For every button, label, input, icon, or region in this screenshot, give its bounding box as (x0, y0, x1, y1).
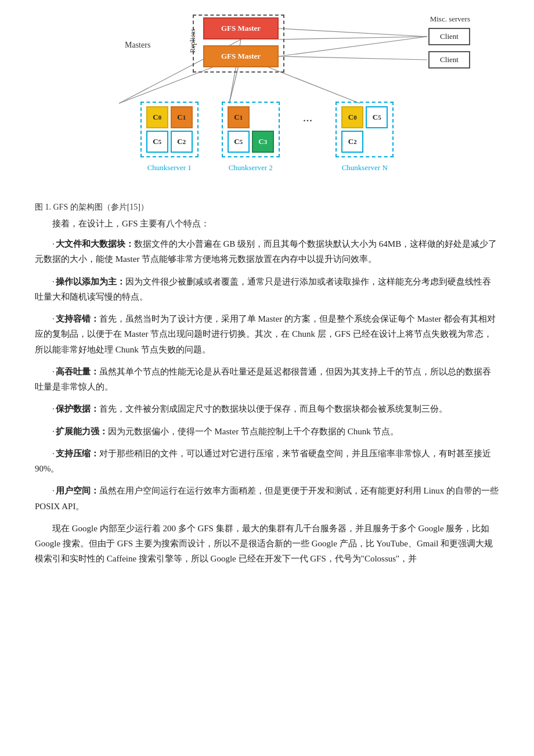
intro-text: 接着，在设计上，GFS 主要有八个特点： (35, 218, 499, 229)
bullet-8: ·用户空间：虽然在用户空间运行在运行效率方面稍差，但是更便于开发和测试，还有能更… (35, 483, 499, 514)
figure-caption: 图 1. GFS 的架构图（参片[15]） (35, 202, 499, 213)
client-1-box: Client (428, 28, 470, 45)
svg-line-8 (279, 37, 427, 56)
ellipsis: ··· (303, 102, 313, 128)
csN-chunk-c5: C5 (366, 106, 388, 128)
bullet-title-2: 操作以添加为主： (56, 277, 125, 286)
chunkserver-n-group: C0 C5 C2 Chunkserver N (335, 102, 394, 172)
bullet-text-8: 虽然在用户空间运行在运行效率方面稍差，但是更便于开发和测试，还有能更好利用 Li… (35, 486, 499, 510)
client-2-box: Client (428, 51, 470, 69)
bullet-1: ·大文件和大数据块：数据文件的大小普遍在 GB 级别，而且其每个数据块默认大小为… (35, 236, 499, 267)
bullet-4: ·高吞吐量：虽然其单个节点的性能无论是从吞吐量还是延迟都很普通，但因为其支持上千… (35, 364, 499, 395)
bullet-2: ·操作以添加为主：因为文件很少被删减或者覆盖，通常只是进行添加或者读取操作，这样… (35, 274, 499, 305)
cs1-chunk-grid: C0 C1 C5 C2 (140, 102, 199, 157)
csN-chunk-c0: C0 (341, 106, 363, 128)
bullet-title-3: 支持容错： (56, 314, 99, 323)
bullet-title-8: 用户空间： (56, 486, 99, 495)
cs1-chunk-c2: C2 (171, 131, 193, 153)
bullet-text-6: 因为元数据偏小，使得一个 Master 节点能控制上千个存数据的 Chunk 节… (108, 427, 399, 436)
csN-chunk-empty1 (366, 131, 388, 153)
bullet-title-5: 保护数据： (56, 404, 99, 413)
architecture-diagram: Masters Replicas GFS Master GFS Master M… (64, 12, 470, 192)
cs1-chunk-c0: C0 (146, 106, 168, 128)
bullet-dot-8: · (52, 486, 55, 495)
bullet-7: ·支持压缩：对于那些稍旧的文件，可以通过对它进行压缩，来节省硬盘空间，并且压缩率… (35, 446, 499, 477)
cs2-chunk-c3: C3 (252, 131, 274, 153)
bullet-dot-2: · (52, 277, 55, 286)
masters-label: Masters (125, 41, 150, 50)
svg-line-6 (279, 56, 427, 60)
gfs-master-2-box: GFS Master (203, 45, 279, 67)
bullet-dot-4: · (52, 367, 55, 376)
chunkserver-area: C0 C1 C5 C2 Chunkserver 1 C1 C5 C3 Chunk… (64, 102, 470, 172)
cs1-chunk-c1: C1 (171, 106, 193, 128)
bullet-3: ·支持容错：首先，虽然当时为了设计方便，采用了单 Master 的方案，但是整个… (35, 311, 499, 357)
svg-line-7 (279, 37, 427, 39)
cs2-chunk-empty1 (252, 106, 274, 128)
bullet-text-3: 首先，虽然当时为了设计方便，采用了单 Master 的方案，但是整个系统会保证每… (35, 314, 496, 354)
bullet-5: ·保护数据：首先，文件被分割成固定尺寸的数据块以便于保存，而且每个数据块都会被系… (35, 401, 499, 416)
bullet-title-4: 高吞吐量： (56, 367, 99, 376)
cs2-chunk-c5: C5 (228, 131, 250, 153)
closing-paragraph: 现在 Google 内部至少运行着 200 多个 GFS 集群，最大的集群有几千… (35, 521, 499, 567)
bullet-title-6: 扩展能力强： (56, 427, 108, 436)
chunkserver-1-group: C0 C1 C5 C2 Chunkserver 1 (140, 102, 199, 172)
cs1-chunk-c5: C5 (146, 131, 168, 153)
bullet-dot-1: · (52, 239, 55, 249)
bullet-text-7: 对于那些稍旧的文件，可以通过对它进行压缩，来节省硬盘空间，并且压缩率非常惊人，有… (35, 449, 491, 473)
replicas-label: Replicas (189, 17, 197, 64)
cs2-chunk-c1: C1 (228, 106, 250, 128)
cs2-chunk-grid: C1 C5 C3 (222, 102, 280, 157)
bullet-title-1: 大文件和大数据块： (56, 239, 134, 249)
misc-servers-label: Misc. servers (430, 15, 470, 24)
bullet-dot-3: · (52, 314, 55, 323)
cs2-label: Chunkserver 2 (229, 163, 273, 172)
bullet-dot-7: · (52, 449, 55, 458)
bullet-title-7: 支持压缩： (56, 449, 99, 458)
bullet-dot-6: · (52, 427, 55, 436)
bullet-6: ·扩展能力强：因为元数据偏小，使得一个 Master 节点能控制上千个存数据的 … (35, 424, 499, 439)
bullet-text-5: 首先，文件被分割成固定尺寸的数据块以便于保存，而且每个数据块都会被系统复制三份。 (99, 404, 448, 413)
csN-label: Chunkserver N (342, 163, 388, 172)
bullet-text-4: 虽然其单个节点的性能无论是从吞吐量还是延迟都很普通，但因为其支持上千的节点，所以… (35, 367, 491, 391)
cs1-label: Chunkserver 1 (147, 163, 192, 172)
csN-chunk-c2: C2 (341, 131, 363, 153)
bullet-dot-5: · (52, 404, 55, 413)
chunkserver-2-group: C1 C5 C3 Chunkserver 2 (222, 102, 280, 172)
csN-chunk-grid: C0 C5 C2 (335, 102, 394, 157)
gfs-master-1-box: GFS Master (203, 17, 279, 39)
svg-line-5 (279, 28, 427, 37)
diagram-container: Masters Replicas GFS Master GFS Master M… (35, 12, 499, 192)
